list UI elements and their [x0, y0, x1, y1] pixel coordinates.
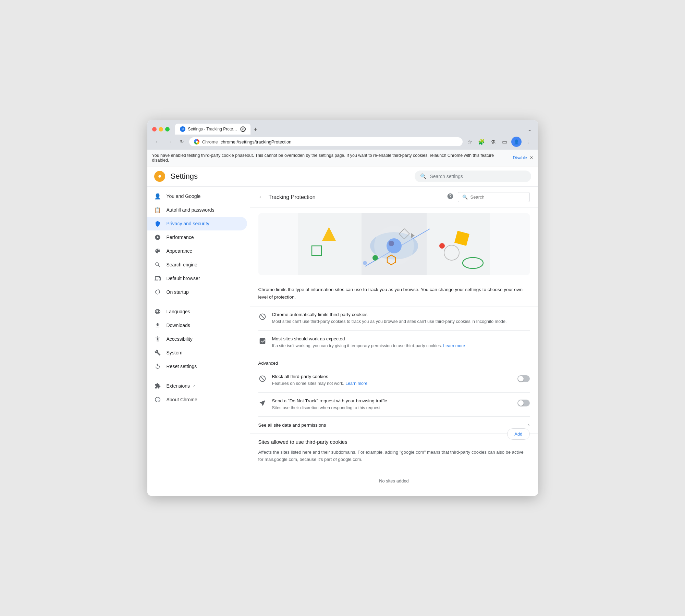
- person-icon: 👤: [154, 193, 161, 200]
- do-not-track-desc: Sites use their discretion when respondi…: [272, 405, 512, 411]
- sidebar-label-you-and-google: You and Google: [167, 193, 201, 199]
- sidebar-item-reset[interactable]: Reset settings: [147, 360, 247, 373]
- shield-icon: [154, 220, 161, 227]
- info-bar-text: You have enabled testing third-party coo…: [152, 153, 510, 163]
- block-cookies-icon: [258, 375, 267, 383]
- tracking-hero-illustration: [258, 213, 530, 275]
- sidebar-item-system[interactable]: System: [147, 346, 247, 360]
- profile-button[interactable]: 👤: [511, 137, 522, 147]
- option-auto-title: Chrome automatically limits third-party …: [272, 312, 530, 317]
- sidebar-item-downloads[interactable]: Downloads: [147, 318, 247, 332]
- settings-search-bar[interactable]: 🔍: [415, 171, 531, 182]
- default-browser-icon: [154, 275, 161, 282]
- window-menu-button[interactable]: ⌄: [526, 125, 533, 134]
- option-auto-text: Chrome automatically limits third-party …: [272, 312, 530, 325]
- svg-rect-8: [427, 213, 490, 275]
- tracking-search-input[interactable]: [470, 194, 525, 200]
- no-sites-text: No sites added: [258, 472, 530, 490]
- tabs-area: ⚙ Settings - Tracking Protectio… × +: [175, 124, 523, 135]
- bookmark-button[interactable]: ☆: [465, 137, 475, 147]
- search-icon: 🔍: [420, 173, 427, 179]
- back-to-privacy-button[interactable]: ←: [258, 193, 265, 201]
- settings-body: 👤 You and Google 📋 Autofill and password…: [147, 187, 538, 496]
- extensions-button[interactable]: 🧩: [476, 137, 487, 147]
- sidebar-label-search-engine: Search engine: [167, 262, 197, 267]
- sidebar-item-appearance[interactable]: Appearance: [147, 244, 247, 258]
- accessibility-icon: [154, 336, 161, 342]
- appearance-icon: [154, 248, 161, 254]
- system-icon: [154, 349, 161, 356]
- security-icon: [194, 139, 199, 144]
- sidebar-item-on-startup[interactable]: On startup: [147, 285, 247, 299]
- sidebar-label-extensions: Extensions: [167, 383, 190, 389]
- sidebar-item-search-engine[interactable]: Search engine: [147, 258, 247, 272]
- svg-point-1: [158, 175, 161, 177]
- minimize-button[interactable]: [159, 127, 163, 131]
- settings-title: Settings: [171, 172, 198, 181]
- help-button[interactable]: [447, 193, 454, 201]
- disable-link[interactable]: Disable: [513, 155, 527, 160]
- tracking-description: Chrome limits the type of information si…: [250, 280, 538, 306]
- sites-allowed-desc: Affects the sites listed here and their …: [258, 449, 530, 463]
- option-auto-limits: Chrome automatically limits third-party …: [258, 306, 530, 331]
- about-chrome-icon: [154, 396, 161, 403]
- tab-close-button[interactable]: ×: [240, 126, 246, 132]
- sidebar-label-autofill: Autofill and passwords: [167, 207, 215, 213]
- sidebar-item-languages[interactable]: Languages: [147, 305, 247, 318]
- info-bar-close-button[interactable]: ×: [530, 155, 533, 161]
- block-all-desc: Features on some sites may not work. Lea…: [272, 380, 512, 387]
- sidebar-item-autofill[interactable]: 📋 Autofill and passwords: [147, 203, 247, 217]
- do-not-track-toggle[interactable]: [517, 400, 530, 406]
- maximize-button[interactable]: [165, 127, 170, 131]
- sidebar-item-extensions[interactable]: Extensions ↗: [147, 379, 247, 393]
- tracking-search-bar[interactable]: 🔍: [458, 192, 530, 202]
- do-not-track-icon: [258, 399, 267, 407]
- svg-point-24: [363, 261, 367, 265]
- close-button[interactable]: [152, 127, 157, 131]
- sidebar-label-performance: Performance: [167, 235, 194, 240]
- sidebar-item-privacy[interactable]: Privacy and security: [147, 217, 247, 230]
- cookie-blocked-icon: [258, 313, 267, 321]
- reset-icon: [154, 363, 161, 370]
- nav-actions: ☆ 🧩 ⚗ ▭ 👤 ⋮: [465, 137, 533, 147]
- reload-button[interactable]: ↻: [177, 137, 187, 147]
- forward-button[interactable]: →: [164, 137, 175, 147]
- address-text[interactable]: chrome://settings/trackingProtection: [221, 139, 292, 144]
- tabs-end: ⌄: [526, 125, 533, 134]
- sidebar-item-default-browser[interactable]: Default browser: [147, 272, 247, 285]
- sidebar: 👤 You and Google 📋 Autofill and password…: [147, 187, 250, 496]
- add-site-button[interactable]: Add: [507, 428, 529, 440]
- active-tab[interactable]: ⚙ Settings - Tracking Protectio… ×: [175, 124, 250, 135]
- back-button[interactable]: ←: [152, 137, 162, 147]
- svg-point-5: [157, 399, 159, 401]
- option-do-not-track: Send a "Do Not Track" request with your …: [258, 393, 530, 417]
- do-not-track-text: Send a "Do Not Track" request with your …: [272, 398, 512, 411]
- block-all-toggle[interactable]: [517, 375, 530, 382]
- sidebar-item-accessibility[interactable]: Accessibility: [147, 332, 247, 346]
- sidebar-extensions-label-wrapper: Extensions ↗: [167, 383, 196, 389]
- sidebar-label-downloads: Downloads: [167, 323, 190, 328]
- sidebar-item-you-and-google[interactable]: 👤 You and Google: [147, 189, 247, 203]
- learn-more-link-1[interactable]: Learn more: [443, 343, 465, 348]
- see-all-site-data-row[interactable]: See all site data and permissions ›: [250, 417, 538, 433]
- info-bar: You have enabled testing third-party coo…: [147, 150, 538, 166]
- chevron-right-icon: ›: [528, 422, 530, 428]
- block-all-text: Block all third-party cookies Features o…: [272, 374, 512, 387]
- chrome-color-icon: [194, 139, 199, 144]
- menu-button[interactable]: ⋮: [523, 137, 533, 147]
- sidebar-item-about-chrome[interactable]: About Chrome: [147, 393, 247, 406]
- sidebar-label-about: About Chrome: [167, 397, 197, 402]
- new-tab-button[interactable]: +: [251, 125, 260, 135]
- labs-button[interactable]: ⚗: [488, 137, 498, 147]
- advanced-options-section: Block all third-party cookies Features o…: [250, 368, 538, 417]
- option-sites-title: Most sites should work as expected: [272, 336, 530, 341]
- sites-allowed-title: Sites allowed to use third-party cookies: [258, 439, 530, 445]
- settings-search-input[interactable]: [430, 174, 526, 179]
- tab-favicon: ⚙: [180, 126, 185, 132]
- split-view-button[interactable]: ▭: [500, 137, 510, 147]
- sidebar-label-appearance: Appearance: [167, 248, 193, 254]
- startup-icon: [154, 289, 161, 296]
- extensions-icon: [154, 382, 161, 389]
- sidebar-item-performance[interactable]: Performance: [147, 230, 247, 244]
- learn-more-link-2[interactable]: Learn more: [345, 381, 367, 386]
